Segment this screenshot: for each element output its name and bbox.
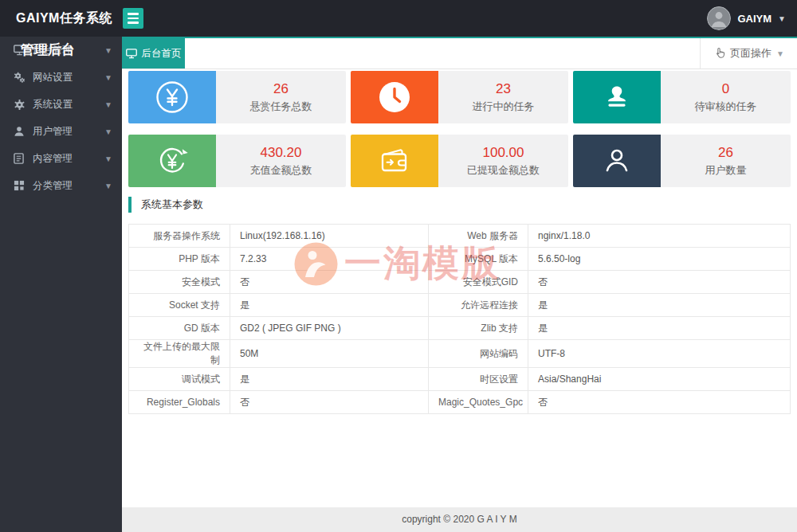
accent-bar xyxy=(128,197,132,213)
system-params-table: 服务器操作系统 Linux(192.168.1.16) Web 服务器 ngin… xyxy=(128,224,791,414)
param-label: 文件上传的最大限制 xyxy=(129,340,230,368)
sidebar-item-label: 网站设置 xyxy=(33,71,73,84)
chevron-down-icon: ▼ xyxy=(104,46,112,55)
param-label: Magic_Quotes_Gpc xyxy=(429,391,528,414)
param-value: 是 xyxy=(528,317,791,340)
param-label: GD 版本 xyxy=(129,317,230,340)
param-label: Socket 支持 xyxy=(129,294,230,317)
stat-cards: 26 悬赏任务总数 23 进行中的任务 0 待审核的 xyxy=(128,71,791,187)
stat-value: 26 xyxy=(718,145,733,161)
stat-label: 用户数量 xyxy=(705,163,747,178)
clock-icon xyxy=(351,71,438,123)
chevron-down-icon: ▼ xyxy=(778,14,786,23)
stat-label: 悬赏任务总数 xyxy=(250,100,312,114)
stat-label: 待审核的任务 xyxy=(695,100,757,114)
main-area: 后台首页 页面操作 ▼ 26 悬赏任务总数 xyxy=(122,37,797,507)
table-row: GD 版本 GD2 ( JPEG GIF PNG ) Zlib 支持 是 xyxy=(129,317,791,340)
param-label: 服务器操作系统 xyxy=(129,225,230,248)
tab-dashboard-home[interactable]: 后台首页 xyxy=(122,38,185,68)
chevron-down-icon: ▼ xyxy=(104,100,112,109)
monitor-icon xyxy=(126,49,137,59)
param-value: Linux(192.168.1.16) xyxy=(230,225,429,248)
param-value: nginx/1.18.0 xyxy=(528,225,791,248)
param-label: MySQL 版本 xyxy=(429,248,528,271)
hamburger-icon xyxy=(128,13,139,15)
app-logo: GAIYM任务系统 xyxy=(16,0,112,37)
stat-card-reward-tasks[interactable]: 26 悬赏任务总数 xyxy=(128,71,346,123)
footer: copyright © 2020 G A I Y M xyxy=(122,507,797,532)
table-row: 调试模式 是 时区设置 Asia/ShangHai xyxy=(129,368,791,391)
stat-value: 26 xyxy=(273,81,289,97)
table-row: 文件上传的最大限制 50M 网站编码 UTF-8 xyxy=(129,340,791,368)
table-row: PHP 版本 7.2.33 MySQL 版本 5.6.50-log xyxy=(129,248,791,271)
sidebar-item-dashboard[interactable]: 后台管理 ▼ xyxy=(0,37,122,64)
tab-label: 后台首页 xyxy=(142,47,182,61)
param-value: 否 xyxy=(230,271,429,294)
audit-stamp-icon xyxy=(573,71,661,123)
stat-card-active-tasks[interactable]: 23 进行中的任务 xyxy=(351,71,568,123)
sidebar-toggle-button[interactable] xyxy=(123,8,143,29)
stat-label: 充值金额总数 xyxy=(250,163,312,178)
stat-value: 430.20 xyxy=(261,145,302,161)
sidebar-item-label: 分类管理 xyxy=(33,179,73,193)
param-value: 50M xyxy=(230,340,429,368)
param-label: 网站编码 xyxy=(429,340,528,368)
sidebar-item-categories[interactable]: 分类管理 ▼ xyxy=(0,172,122,199)
stat-label: 已提现金额总数 xyxy=(467,163,540,178)
section-header: 系统基本参数 xyxy=(128,197,791,213)
param-label: 安全模式GID xyxy=(429,271,528,294)
param-label: 安全模式 xyxy=(129,271,230,294)
tab-bar: 后台首页 页面操作 ▼ xyxy=(122,37,797,69)
param-value: GD2 ( JPEG GIF PNG ) xyxy=(230,317,429,340)
chevron-down-icon: ▼ xyxy=(104,73,112,82)
page-actions-button[interactable]: 页面操作 ▼ xyxy=(700,38,797,68)
table-row: 服务器操作系统 Linux(192.168.1.16) Web 服务器 ngin… xyxy=(129,225,791,248)
sidebar-item-site-settings[interactable]: 网站设置 ▼ xyxy=(0,64,122,91)
param-value: 否 xyxy=(528,391,791,414)
topbar: GAIYM任务系统 GAIYM ▼ xyxy=(0,0,797,37)
yen-refresh-icon xyxy=(128,135,216,187)
sidebar-item-label: 用户管理 xyxy=(33,125,73,139)
param-value: 否 xyxy=(230,391,429,414)
sidebar-item-label: 后台管理 xyxy=(33,44,73,57)
stat-label: 进行中的任务 xyxy=(473,100,535,114)
sidebar-item-system-settings[interactable]: 系统设置 ▼ xyxy=(0,91,122,118)
table-row: Socket 支持 是 允许远程连接 是 xyxy=(129,294,791,317)
gear-icon xyxy=(14,99,26,111)
param-label: 时区设置 xyxy=(429,368,528,391)
stat-card-user-count[interactable]: 26 用户数量 xyxy=(573,135,791,187)
param-value: 是 xyxy=(230,294,429,317)
username: GAIYM xyxy=(737,13,771,25)
yen-circle-icon xyxy=(128,71,216,123)
param-value: 否 xyxy=(528,271,791,294)
stat-card-pending-review-tasks[interactable]: 0 待审核的任务 xyxy=(573,71,791,123)
stat-value: 0 xyxy=(722,81,729,97)
param-value: 7.2.33 xyxy=(230,248,429,271)
pointing-hand-icon xyxy=(713,47,725,60)
param-label: PHP 版本 xyxy=(129,248,230,271)
sidebar-item-label: 内容管理 xyxy=(33,152,73,166)
param-label: Web 服务器 xyxy=(429,225,528,248)
cogs-icon xyxy=(14,72,26,84)
param-label: 允许远程连接 xyxy=(429,294,528,317)
chevron-down-icon: ▼ xyxy=(104,155,112,163)
user-menu[interactable]: GAIYM ▼ xyxy=(707,0,786,37)
stat-card-withdrawn-total[interactable]: 100.00 已提现金额总数 xyxy=(351,135,568,187)
chevron-down-icon: ▼ xyxy=(776,49,784,58)
section-title: 系统基本参数 xyxy=(141,198,203,212)
wallet-icon xyxy=(351,135,438,187)
sidebar-item-content[interactable]: 内容管理 ▼ xyxy=(0,145,122,172)
param-value: 是 xyxy=(230,368,429,391)
stat-value: 100.00 xyxy=(483,145,524,161)
document-icon xyxy=(14,153,26,164)
avatar xyxy=(707,6,731,30)
grid-icon xyxy=(14,180,26,191)
param-value: Asia/ShangHai xyxy=(528,368,791,391)
stat-card-recharge-total[interactable]: 430.20 充值金额总数 xyxy=(128,135,346,187)
param-value: 是 xyxy=(528,294,791,317)
stat-value: 23 xyxy=(496,81,511,97)
param-label: Register_Globals xyxy=(129,391,230,414)
param-value: 5.6.50-log xyxy=(528,248,791,271)
sidebar-item-label: 系统设置 xyxy=(33,98,73,111)
sidebar-item-users[interactable]: 用户管理 ▼ xyxy=(0,118,122,145)
